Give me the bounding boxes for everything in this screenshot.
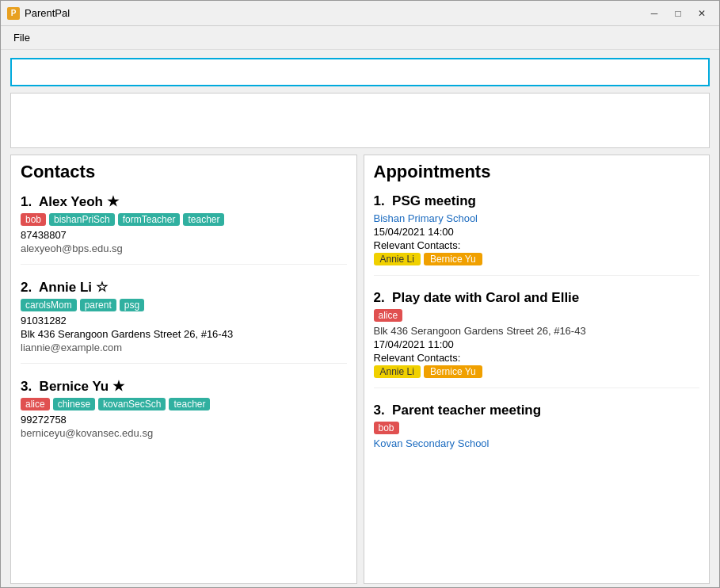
appointment-item: 2. Play date with Carol and Ellie alice …: [374, 290, 700, 388]
menu-bar: File: [1, 26, 719, 50]
contacts-title: Contacts: [21, 155, 347, 185]
appointment-datetime: 17/04/2021 11:00: [374, 338, 700, 350]
appointment-school: Kovan Secondary School: [374, 437, 700, 449]
appointment-title: 1. PSG meeting: [374, 193, 700, 209]
tag: bishanPriSch: [49, 213, 115, 226]
appointments-title: Appointments: [374, 155, 700, 185]
contact-tags: bob bishanPriSch formTeacher teacher: [21, 213, 347, 226]
search-area: [1, 50, 719, 93]
contact-email: liannie@example.com: [21, 342, 347, 353]
appointment-item: 1. PSG meeting Bishan Primary School 15/…: [374, 193, 700, 276]
appointment-tags: alice: [374, 309, 700, 322]
appointments-scroll-area[interactable]: Appointments 1. PSG meeting Bishan Prima…: [364, 155, 710, 583]
appointment-tags: bob: [374, 422, 700, 434]
contact-item: 3. Bernice Yu ★ alice chinese kovanSecSc…: [21, 378, 347, 449]
tag: bob: [21, 213, 46, 226]
contacts-panel: Contacts 1. Alex Yeoh ★ bob bishanPriSch…: [10, 155, 357, 584]
contact-address: Blk 436 Serangoon Gardens Street 26, #16…: [21, 328, 347, 340]
tag: alice: [374, 309, 403, 322]
contact-name: 1. Alex Yeoh ★: [21, 193, 347, 210]
contact-email: alexyeoh@bps.edu.sg: [21, 242, 347, 254]
relevant-tags: Annie Li Bernice Yu: [374, 253, 700, 265]
contact-item: 1. Alex Yeoh ★ bob bishanPriSch formTeac…: [21, 193, 347, 265]
contact-name: 3. Bernice Yu ★: [21, 378, 347, 395]
tag: bob: [374, 422, 399, 434]
app-title: ParentPal: [25, 7, 643, 19]
tag: formTeacher: [118, 213, 181, 226]
appointment-datetime: 15/04/2021 14:00: [374, 226, 700, 238]
tag: chinese: [53, 398, 95, 410]
tag: teacher: [183, 213, 224, 226]
tag: carolsMom: [21, 299, 77, 311]
message-area: [10, 93, 710, 148]
appointment-item: 3. Parent teacher meeting bob Kovan Seco…: [374, 403, 700, 460]
relevant-contact: Bernice Yu: [424, 253, 482, 265]
appointment-address: Blk 436 Serangoon Gardens Street 26, #16…: [374, 325, 700, 337]
tag: psg: [120, 299, 144, 311]
contact-tags: carolsMom parent psg: [21, 299, 347, 311]
appointment-title: 3. Parent teacher meeting: [374, 403, 700, 418]
contact-phone: 91031282: [21, 315, 347, 326]
main-content: Contacts 1. Alex Yeoh ★ bob bishanPriSch…: [1, 155, 719, 584]
relevant-contact: Annie Li: [374, 365, 421, 378]
relevant-contact: Bernice Yu: [424, 365, 482, 378]
window-controls: ─ □ ✕: [643, 6, 713, 21]
contact-item: 2. Annie Li ☆ carolsMom parent psg 91031…: [21, 279, 347, 364]
tag: parent: [80, 299, 116, 311]
appointments-panel: Appointments 1. PSG meeting Bishan Prima…: [364, 155, 710, 584]
contact-phone: 99272758: [21, 414, 347, 426]
relevant-tags: Annie Li Bernice Yu: [374, 365, 700, 378]
tag: kovanSecSch: [98, 398, 166, 410]
tag: alice: [21, 398, 50, 410]
search-input[interactable]: [10, 58, 710, 86]
relevant-contact: Annie Li: [374, 253, 421, 265]
title-bar: P ParentPal ─ □ ✕: [1, 1, 719, 26]
appointment-title: 2. Play date with Carol and Ellie: [374, 290, 700, 306]
relevant-label: Relevant Contacts:: [374, 352, 700, 364]
file-menu[interactable]: File: [7, 29, 36, 47]
maximize-button[interactable]: □: [667, 6, 689, 21]
app-icon: P: [7, 7, 20, 20]
appointment-school: Bishan Primary School: [374, 212, 700, 224]
contacts-scroll-area[interactable]: Contacts 1. Alex Yeoh ★ bob bishanPriSch…: [11, 155, 356, 583]
tag: teacher: [169, 398, 210, 410]
contact-tags: alice chinese kovanSecSch teacher: [21, 398, 347, 410]
minimize-button[interactable]: ─: [643, 6, 665, 21]
relevant-label: Relevant Contacts:: [374, 239, 700, 251]
contact-phone: 87438807: [21, 229, 347, 241]
contact-name: 2. Annie Li ☆: [21, 279, 347, 296]
close-button[interactable]: ✕: [691, 6, 713, 21]
contact-email: berniceyu@kovansec.edu.sg: [21, 427, 347, 439]
